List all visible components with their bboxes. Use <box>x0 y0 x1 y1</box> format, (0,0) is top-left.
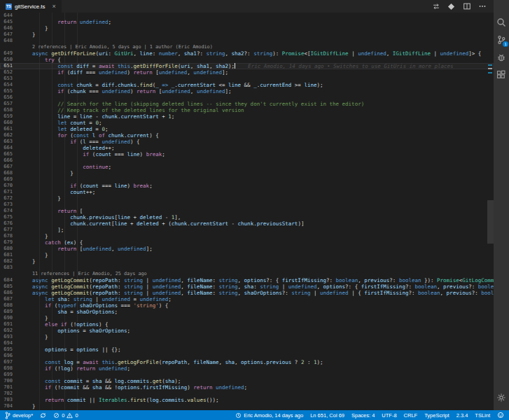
line-number[interactable]: 671 <box>0 189 20 195</box>
line-number[interactable]: 668 <box>0 170 20 176</box>
code-row[interactable]: 699 <box>0 372 494 378</box>
line-number[interactable] <box>0 44 20 50</box>
line-number[interactable]: 703 <box>0 397 20 403</box>
code-row[interactable]: 696 <box>0 353 494 359</box>
line-number[interactable]: 682 <box>0 258 20 265</box>
code-row[interactable]: 674 return [ <box>0 208 494 214</box>
code-row[interactable]: 686 async getLogCommit(repoPath: string … <box>0 290 494 296</box>
code-row[interactable]: 663 if (l === undefined) { <box>0 139 494 145</box>
line-number[interactable]: 669 <box>0 176 20 183</box>
code-row[interactable]: 666 <box>0 158 494 164</box>
line-number[interactable]: 681 <box>0 252 20 258</box>
code-row[interactable]: 701 if (!commit && sha && !options.first… <box>0 384 494 391</box>
line-number[interactable]: 688 <box>0 302 20 309</box>
line-number[interactable]: 673 <box>0 202 20 208</box>
line-number[interactable]: 684 <box>0 277 20 284</box>
code-editor[interactable]: 644645 return undefined;646 }647 }6482 r… <box>0 13 494 410</box>
line-number[interactable]: 650 <box>0 57 20 63</box>
code-row[interactable]: 664 deleted++; <box>0 145 494 151</box>
code-row[interactable]: 661 let deleted = 0; <box>0 126 494 132</box>
git-branch-indicator[interactable]: develop* <box>5 412 33 419</box>
cursor-position[interactable]: Ln 651, Col 69 <box>310 412 344 419</box>
code-row[interactable]: 651 const diff = await this.getDiffForFi… <box>0 63 494 69</box>
code-row[interactable]: 646 } <box>0 25 494 31</box>
line-number[interactable]: 691 <box>0 321 20 328</box>
code-row[interactable]: 684 async getLogCommit(repoPath: string … <box>0 277 494 284</box>
code-row[interactable]: 677 ]; <box>0 227 494 233</box>
line-number[interactable]: 694 <box>0 340 20 346</box>
debug-icon[interactable] <box>496 52 507 63</box>
code-row[interactable]: 673 <box>0 202 494 208</box>
line-number[interactable]: 665 <box>0 151 20 158</box>
line-number[interactable]: 675 <box>0 214 20 220</box>
code-row[interactable]: 665 if (count === line) break; <box>0 151 494 158</box>
line-number[interactable]: 693 <box>0 334 20 340</box>
more-actions-icon[interactable] <box>477 2 487 11</box>
code-row[interactable]: 658 // Keep track of the deleted lines f… <box>0 107 494 113</box>
code-row[interactable]: 678 } <box>0 233 494 239</box>
language-mode[interactable]: TypeScript <box>424 412 449 419</box>
code-row[interactable]: 648 <box>0 38 494 44</box>
tab-gitservice-ts[interactable]: TS gitService.ts × <box>0 0 62 13</box>
code-row[interactable]: 692 options = shaOrOptions; <box>0 328 494 334</box>
eol-status[interactable]: CRLF <box>404 412 418 419</box>
line-number[interactable]: 652 <box>0 69 20 76</box>
line-number[interactable]: 701 <box>0 384 20 391</box>
code-row[interactable]: 702 <box>0 391 494 397</box>
code-row[interactable]: 689 sha = shaOrOptions; <box>0 309 494 315</box>
code-row[interactable]: 694 <box>0 340 494 346</box>
gitlens-blame-status[interactable]: Eric Amodio, 14 days ago <box>235 412 303 419</box>
encoding-status[interactable]: UTF-8 <box>382 412 396 419</box>
line-number[interactable]: 663 <box>0 139 20 145</box>
code-row[interactable]: 667 continue; <box>0 164 494 170</box>
codelens-row[interactable]: 11 references | Eric Amodio, 25 days ago <box>0 271 494 277</box>
line-number[interactable]: 670 <box>0 183 20 189</box>
code-row[interactable]: 690 } <box>0 315 494 321</box>
code-row[interactable]: 675 chunk.previous[line + deleted - 1], <box>0 214 494 220</box>
line-number[interactable]: 672 <box>0 195 20 202</box>
line-number[interactable]: 700 <box>0 378 20 384</box>
code-row[interactable]: 669 <box>0 176 494 183</box>
line-number[interactable]: 687 <box>0 296 20 302</box>
code-row[interactable]: 659 line = line - chunk.currentStart + 1… <box>0 113 494 120</box>
line-number[interactable]: 655 <box>0 88 20 94</box>
code-row[interactable]: 685 async getLogCommit(repoPath: string … <box>0 284 494 290</box>
line-number[interactable]: 654 <box>0 82 20 88</box>
tslint-status[interactable]: TSLint <box>475 412 490 419</box>
code-row[interactable]: 670 if (count === line) break; <box>0 183 494 189</box>
line-number[interactable]: 699 <box>0 372 20 378</box>
code-row[interactable]: 703 return commit || Iterables.first(log… <box>0 397 494 403</box>
line-number[interactable]: 704 <box>0 403 20 410</box>
split-editor-icon[interactable] <box>462 2 471 11</box>
close-tab-icon[interactable]: × <box>53 4 56 10</box>
line-number[interactable]: 651 <box>0 63 20 69</box>
source-control-icon[interactable]: 1 <box>496 34 507 46</box>
codelens-text[interactable]: 11 references | Eric Amodio, 25 days ago <box>20 271 494 277</box>
code-row[interactable]: 681 } <box>0 252 494 258</box>
code-row[interactable]: 672 } <box>0 195 494 202</box>
code-row[interactable]: 683 <box>0 265 494 271</box>
line-number[interactable]: 676 <box>0 220 20 227</box>
search-icon[interactable] <box>496 17 507 28</box>
line-number[interactable]: 702 <box>0 391 20 397</box>
code-row[interactable]: 704 } <box>0 403 494 410</box>
line-number[interactable]: 667 <box>0 164 20 170</box>
code-row[interactable]: 691 else if (!options) { <box>0 321 494 328</box>
line-number[interactable]: 646 <box>0 25 20 31</box>
code-row[interactable]: 647 } <box>0 31 494 38</box>
code-row[interactable]: 682 } <box>0 258 494 265</box>
line-number[interactable]: 679 <box>0 239 20 246</box>
code-row[interactable]: 680 return [undefined, undefined]; <box>0 246 494 252</box>
code-row[interactable]: 676 chunk.current[line + deleted + (chun… <box>0 220 494 227</box>
code-row[interactable]: 655 if (chunk === undefined) return [und… <box>0 88 494 94</box>
code-row[interactable]: 662 for (const l of chunk.current) { <box>0 132 494 139</box>
line-number[interactable]: 689 <box>0 309 20 315</box>
line-number[interactable]: 683 <box>0 265 20 271</box>
code-row[interactable]: 644 <box>0 13 494 19</box>
line-number[interactable]: 666 <box>0 158 20 164</box>
line-number[interactable]: 662 <box>0 132 20 139</box>
code-row[interactable]: 695 options = options || {}; <box>0 346 494 353</box>
codelens-row[interactable]: 2 references | Eric Amodio, 5 days ago |… <box>0 44 494 50</box>
code-row[interactable]: 650 try { <box>0 57 494 63</box>
open-changes-icon[interactable] <box>431 2 440 11</box>
